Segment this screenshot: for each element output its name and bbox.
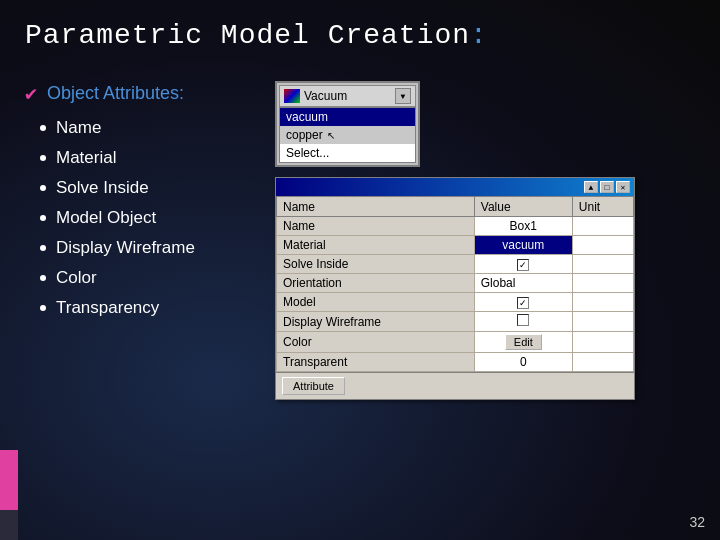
left-panel: ✔ Object Attributes: Name Material Solve… xyxy=(25,81,245,400)
window-titlebar: ▲ □ ✕ xyxy=(276,178,634,196)
window-footer: Attribute xyxy=(276,372,634,399)
dropdown-options: vacuum copper ↖ Select... xyxy=(279,107,416,163)
prop-value-orientation: Global xyxy=(474,274,572,293)
minimize-button[interactable]: ▲ xyxy=(584,181,598,193)
edit-color-button[interactable]: Edit xyxy=(505,334,542,350)
dropdown-option-vacuum[interactable]: vacuum xyxy=(280,108,415,126)
bullet-label: Material xyxy=(56,148,116,168)
dropdown-option-label: copper xyxy=(286,128,323,142)
dropdown-option-select[interactable]: Select... xyxy=(280,144,415,162)
dropdown-option-copper[interactable]: copper ↖ xyxy=(280,126,415,144)
bullet-label: Model Object xyxy=(56,208,156,228)
prop-name-name: Name xyxy=(277,217,475,236)
bullet-label: Transparency xyxy=(56,298,159,318)
right-panel: Vacuum ▼ vacuum copper ↖ Select... xyxy=(275,81,700,400)
table-row: Color Edit xyxy=(277,332,634,353)
prop-unit-transparent xyxy=(572,353,633,372)
bullet-dot xyxy=(40,245,46,251)
page-number: 32 xyxy=(689,514,705,530)
table-row: Material vacuum xyxy=(277,236,634,255)
prop-value-color[interactable]: Edit xyxy=(474,332,572,353)
prop-value-solveinside[interactable]: ✓ xyxy=(474,255,572,274)
bullet-label: Name xyxy=(56,118,101,138)
prop-name-solveinside: Solve Inside xyxy=(277,255,475,274)
dropdown-widget[interactable]: Vacuum ▼ vacuum copper ↖ Select... xyxy=(275,81,420,167)
dropdown-arrow-icon[interactable]: ▼ xyxy=(395,88,411,104)
prop-name-material: Material xyxy=(277,236,475,255)
prop-name-displaywire: Display Wireframe xyxy=(277,312,475,332)
col-header-unit: Unit xyxy=(572,197,633,217)
prop-unit-color xyxy=(572,332,633,353)
attribute-button[interactable]: Attribute xyxy=(282,377,345,395)
checkmark-item: ✔ Object Attributes: xyxy=(25,81,245,106)
table-row: Solve Inside ✓ xyxy=(277,255,634,274)
properties-window: ▲ □ ✕ Name Value Unit xyxy=(275,177,635,400)
prop-value-material[interactable]: vacuum xyxy=(474,236,572,255)
window-controls: ▲ □ ✕ xyxy=(584,181,630,193)
cursor-icon: ↖ xyxy=(327,130,335,141)
list-item: Solve Inside xyxy=(40,178,245,198)
list-item: Color xyxy=(40,268,245,288)
prop-value-name: Box1 xyxy=(474,217,572,236)
col-header-name: Name xyxy=(277,197,475,217)
list-item: Model Object xyxy=(40,208,245,228)
material-icon xyxy=(284,89,300,103)
prop-unit-displaywire xyxy=(572,312,633,332)
table-row: Model ✓ xyxy=(277,293,634,312)
bullet-label: Color xyxy=(56,268,97,288)
bullet-dot xyxy=(40,305,46,311)
dropdown-selected-text: Vacuum xyxy=(304,89,391,103)
prop-unit-name xyxy=(572,217,633,236)
prop-name-orientation: Orientation xyxy=(277,274,475,293)
accent-bars xyxy=(0,0,18,540)
bullet-dot xyxy=(40,275,46,281)
prop-unit-material xyxy=(572,236,633,255)
bullet-list: Name Material Solve Inside Model Object … xyxy=(40,118,245,318)
table-row: Transparent 0 xyxy=(277,353,634,372)
prop-unit-orientation xyxy=(572,274,633,293)
table-row: Name Box1 xyxy=(277,217,634,236)
prop-value-displaywire[interactable] xyxy=(474,312,572,332)
prop-name-transparent: Transparent xyxy=(277,353,475,372)
dropdown-header[interactable]: Vacuum ▼ xyxy=(279,85,416,107)
properties-table: Name Value Unit Name Box1 Material xyxy=(276,196,634,372)
close-button[interactable]: ✕ xyxy=(616,181,630,193)
prop-unit-model xyxy=(572,293,633,312)
bullet-dot xyxy=(40,185,46,191)
prop-unit-solveinside xyxy=(572,255,633,274)
checkbox-unchecked-icon[interactable] xyxy=(517,314,529,326)
bullet-dot xyxy=(40,155,46,161)
table-row: Display Wireframe xyxy=(277,312,634,332)
prop-name-color: Color xyxy=(277,332,475,353)
content-area: ✔ Object Attributes: Name Material Solve… xyxy=(25,81,700,400)
col-header-value: Value xyxy=(474,197,572,217)
page-title: Parametric Model Creation: xyxy=(25,20,700,51)
checklist-item-label: Object Attributes: xyxy=(47,83,184,104)
prop-value-transparent: 0 xyxy=(474,353,572,372)
bullet-dot xyxy=(40,215,46,221)
title-text: Parametric Model Creation xyxy=(25,20,470,51)
restore-button[interactable]: □ xyxy=(600,181,614,193)
title-colon: : xyxy=(470,20,488,51)
checkbox-checked-icon[interactable]: ✓ xyxy=(517,297,529,309)
table-row: Orientation Global xyxy=(277,274,634,293)
prop-name-model: Model xyxy=(277,293,475,312)
bullet-label: Solve Inside xyxy=(56,178,149,198)
main-content: Parametric Model Creation: ✔ Object Attr… xyxy=(25,20,700,520)
list-item: Display Wireframe xyxy=(40,238,245,258)
list-item: Material xyxy=(40,148,245,168)
bullet-label: Display Wireframe xyxy=(56,238,195,258)
list-item: Transparency xyxy=(40,298,245,318)
checkbox-checked-icon[interactable]: ✓ xyxy=(517,259,529,271)
list-item: Name xyxy=(40,118,245,138)
prop-value-model[interactable]: ✓ xyxy=(474,293,572,312)
bullet-dot xyxy=(40,125,46,131)
checkmark-icon: ✔ xyxy=(25,81,37,106)
